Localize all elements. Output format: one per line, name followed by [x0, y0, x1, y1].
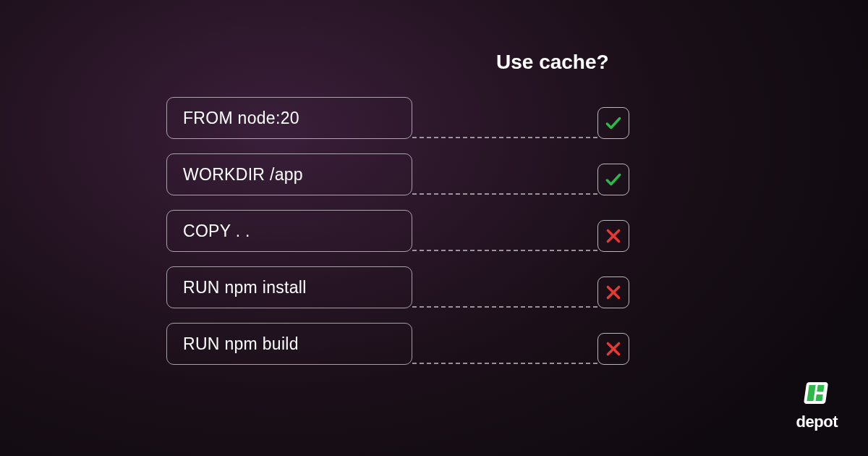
step-row: COPY . .	[166, 210, 629, 252]
step-row: FROM node:20	[166, 97, 629, 139]
brand-name: depot	[796, 413, 838, 431]
step-row: RUN npm install	[166, 266, 629, 308]
connector-line	[412, 306, 597, 308]
dockerfile-step: WORKDIR /app	[166, 153, 412, 195]
cache-status-box	[597, 164, 629, 195]
connector-line	[412, 137, 597, 138]
step-label: COPY . .	[183, 221, 250, 241]
dockerfile-step: RUN npm build	[166, 323, 412, 365]
step-label: RUN npm install	[183, 278, 307, 297]
step-label: RUN npm build	[183, 334, 299, 354]
dockerfile-step: COPY . .	[166, 210, 412, 252]
connector-line	[412, 250, 597, 251]
check-icon	[604, 114, 623, 132]
column-header-cache: Use cache?	[496, 51, 629, 74]
cache-status-box	[597, 333, 629, 365]
cross-icon	[604, 339, 623, 358]
step-row: WORKDIR /app	[166, 153, 629, 195]
check-icon	[604, 170, 623, 189]
cache-status-box	[597, 276, 629, 308]
diagram-content: Use cache? FROM node:20 WORKDIR /app COP…	[166, 51, 629, 379]
step-label: WORKDIR /app	[183, 165, 303, 185]
cache-status-box	[597, 107, 629, 139]
step-row: RUN npm build	[166, 323, 629, 365]
depot-logo-icon	[801, 378, 832, 408]
brand-logo: depot	[796, 378, 838, 431]
svg-rect-9	[816, 394, 823, 401]
cross-icon	[604, 227, 623, 245]
dockerfile-step: FROM node:20	[166, 97, 412, 139]
cross-icon	[604, 283, 623, 302]
connector-line	[412, 193, 597, 195]
cache-status-box	[597, 220, 629, 252]
dockerfile-step: RUN npm install	[166, 266, 412, 308]
svg-rect-8	[817, 385, 825, 392]
step-label: FROM node:20	[183, 109, 299, 128]
connector-line	[412, 363, 597, 364]
